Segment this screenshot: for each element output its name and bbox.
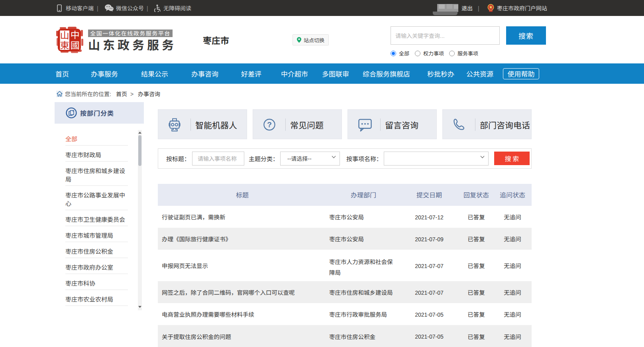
svg-text:國: 國 xyxy=(71,38,80,51)
svg-text:東: 東 xyxy=(60,38,69,51)
svg-text:?: ? xyxy=(267,120,272,129)
